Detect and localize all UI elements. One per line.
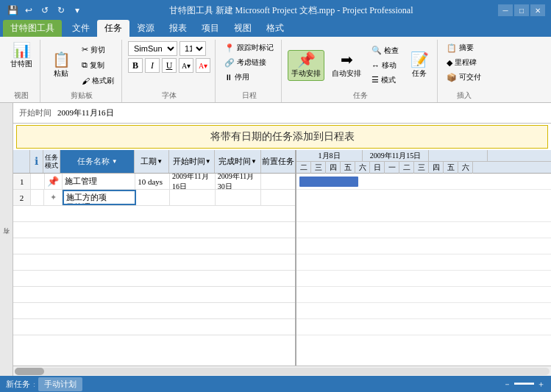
- paste-icon: 📋: [52, 52, 71, 67]
- table-row[interactable]: [13, 206, 295, 222]
- start-filter-icon: ▼: [205, 158, 211, 165]
- zoom-in-icon[interactable]: ＋: [537, 379, 545, 390]
- tab-view[interactable]: 视图: [227, 20, 259, 37]
- tab-report[interactable]: 报表: [162, 20, 194, 37]
- cut-button[interactable]: ✂剪切: [79, 43, 117, 57]
- table-row[interactable]: [13, 238, 295, 254]
- underline-button[interactable]: U: [162, 58, 177, 73]
- undo-arrow[interactable]: ↺: [38, 4, 51, 17]
- table-row[interactable]: 1 📌 施工管理 10 days 2009年11月16日 2009年11月30日: [13, 174, 295, 190]
- cell-duration-1[interactable]: 10 days: [135, 174, 170, 189]
- date-header-top-2: 2009年11月15日: [363, 150, 429, 162]
- undo-button[interactable]: ↩: [22, 4, 35, 17]
- paste-button[interactable]: 📋 粘贴: [46, 51, 76, 80]
- task-button[interactable]: 📝 任务: [406, 51, 433, 80]
- auto-schedule-button[interactable]: ➡ 自动安排: [329, 51, 364, 80]
- font-group-label: 字体: [162, 89, 177, 101]
- font-controls: SimSun 11 B I U A▾ A▾: [128, 41, 210, 73]
- col-header-duration[interactable]: 工期 ▼: [135, 150, 169, 173]
- scroll-thumb[interactable]: [15, 368, 44, 375]
- table-row[interactable]: [13, 254, 295, 271]
- date-bot-6: 日: [370, 162, 385, 174]
- table-row[interactable]: [13, 319, 295, 335]
- save-button[interactable]: 💾: [6, 4, 19, 17]
- task-icon: 📝: [410, 52, 429, 67]
- format-painter-button[interactable]: 🖌格式刷: [79, 74, 117, 88]
- table-row[interactable]: [13, 287, 295, 303]
- date-bot-5: 六: [355, 162, 370, 174]
- tab-format[interactable]: 格式: [259, 20, 291, 37]
- date-bot-2: 三: [311, 162, 326, 174]
- italic-button[interactable]: I: [145, 58, 160, 73]
- font-name-select[interactable]: SimSun: [128, 41, 177, 56]
- horizontal-scrollbar[interactable]: [13, 366, 551, 376]
- maximize-button[interactable]: □: [514, 4, 529, 16]
- dropdown-arrow[interactable]: ▾: [71, 4, 84, 17]
- close-button[interactable]: ✕: [530, 4, 545, 16]
- scroll-track[interactable]: [15, 368, 550, 375]
- col-start-label: 开始时间: [173, 156, 205, 167]
- col-header-finish[interactable]: 完成时间 ▼: [215, 150, 260, 173]
- cell-start-1[interactable]: 2009年11月16日: [170, 174, 216, 189]
- tab-resource[interactable]: 资源: [129, 20, 162, 37]
- highlight-button[interactable]: A▾: [179, 58, 193, 73]
- pause-button[interactable]: ⏸ 停用: [221, 71, 252, 84]
- date-nav-label: 开始时间: [19, 107, 51, 118]
- tab-project[interactable]: 项目: [194, 20, 227, 37]
- zoom-out-icon[interactable]: －: [503, 379, 511, 390]
- cell-finish-2[interactable]: [216, 190, 261, 205]
- cell-finish-1[interactable]: 2009年11月30日: [216, 174, 261, 189]
- col-header-num: [13, 150, 30, 173]
- cell-start-2[interactable]: [170, 190, 216, 205]
- col-header-info: ℹ: [30, 150, 43, 173]
- mode-icon: ☰: [372, 75, 379, 85]
- redo-button[interactable]: ↻: [54, 4, 68, 17]
- consider-links-button[interactable]: 🔗 考虑链接: [221, 56, 269, 69]
- tab-gantt-tools[interactable]: 甘特图工具: [3, 20, 62, 37]
- cell-pred-1[interactable]: [261, 174, 296, 189]
- zoom-controls: － ▬▬▬ ＋: [503, 379, 545, 390]
- track-marks-button[interactable]: 📍 跟踪时标记: [221, 41, 277, 54]
- milestone-button[interactable]: ◆ 里程碑: [444, 56, 480, 69]
- font-color-button[interactable]: A▾: [196, 58, 210, 73]
- date-bot-1: 二: [296, 162, 311, 174]
- tab-file[interactable]: 文件: [65, 20, 97, 37]
- table-row[interactable]: [13, 222, 295, 238]
- cell-name-1[interactable]: 施工管理: [63, 174, 135, 189]
- left-sidebar: 将带有: [0, 103, 13, 376]
- col-header-mode: 任务模式: [43, 150, 60, 173]
- cell-info-2: [31, 190, 44, 205]
- col-header-pred[interactable]: 前置任务: [261, 150, 296, 173]
- table-area: ℹ 任务模式 任务名称 ▼ 工期 ▼ 开始时间 ▼ 完成时: [13, 150, 551, 366]
- col-header-name[interactable]: 任务名称 ▼: [60, 150, 135, 173]
- gantt-row-6: [296, 271, 551, 287]
- inspect-button[interactable]: 🔍 检查: [369, 44, 402, 57]
- bold-button[interactable]: B: [128, 58, 143, 73]
- sidebar-label: 将带有: [0, 238, 13, 241]
- format-painter-icon: 🖌: [82, 76, 90, 85]
- date-header-top-3: [429, 150, 488, 162]
- cell-name-2[interactable]: 施工方的项目管理: [63, 190, 136, 205]
- move-button[interactable]: ↔ 移动: [369, 59, 402, 72]
- copy-icon: ⧉: [82, 60, 88, 70]
- gantt-row-8: [296, 303, 551, 319]
- cell-duration-2[interactable]: [136, 190, 171, 205]
- col-header-start[interactable]: 开始时间 ▼: [169, 150, 215, 173]
- deliverable-button[interactable]: 📦 可交付: [444, 71, 484, 84]
- summary-button[interactable]: 📋 摘要: [444, 41, 477, 54]
- table-row[interactable]: 2 ✦ 施工方的项目管理: [13, 190, 295, 206]
- gantt-chart: 1月8日 2009年11月15日 二 三 四 五 六 日 一 二 三: [296, 150, 551, 366]
- gantt-row-4: [296, 238, 551, 254]
- manual-icon: 📌: [297, 52, 316, 67]
- tab-task[interactable]: 任务: [97, 20, 129, 37]
- cell-pred-2[interactable]: [261, 190, 295, 205]
- manual-plan-tab[interactable]: 手动计划: [38, 377, 82, 391]
- table-row[interactable]: [13, 303, 295, 319]
- copy-button[interactable]: ⧉复制: [79, 59, 117, 72]
- table-row[interactable]: [13, 271, 295, 287]
- font-size-select[interactable]: 11: [179, 41, 206, 56]
- mode-button[interactable]: ☰ 模式: [369, 74, 402, 87]
- minimize-button[interactable]: ─: [498, 4, 513, 16]
- manual-schedule-button[interactable]: 📌 手动安排: [288, 50, 324, 81]
- gantt-view-button[interactable]: 📊 甘特图: [7, 41, 35, 71]
